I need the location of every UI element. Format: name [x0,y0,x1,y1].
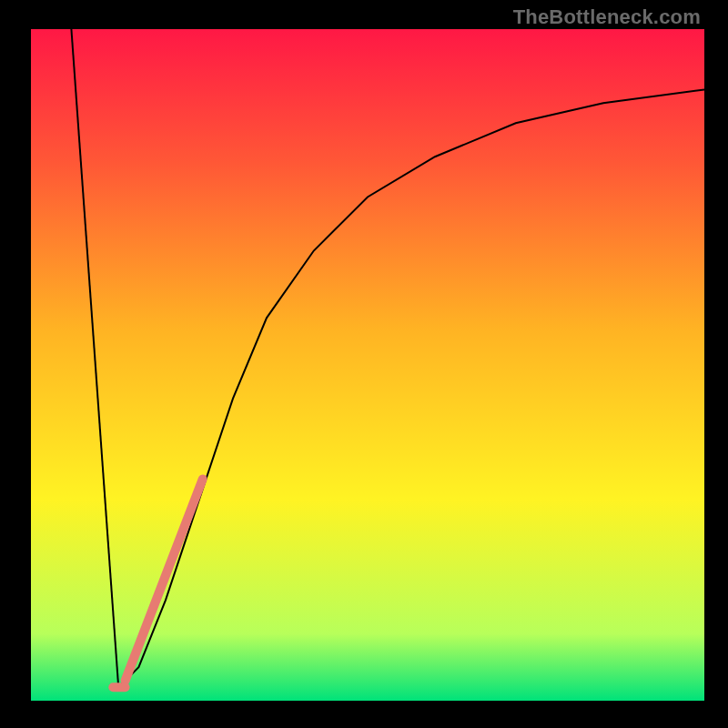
bottleneck-chart [31,29,704,701]
watermark-text: TheBottleneck.com [513,5,701,29]
gradient-background [31,29,704,701]
chart-frame: TheBottleneck.com [0,0,728,728]
